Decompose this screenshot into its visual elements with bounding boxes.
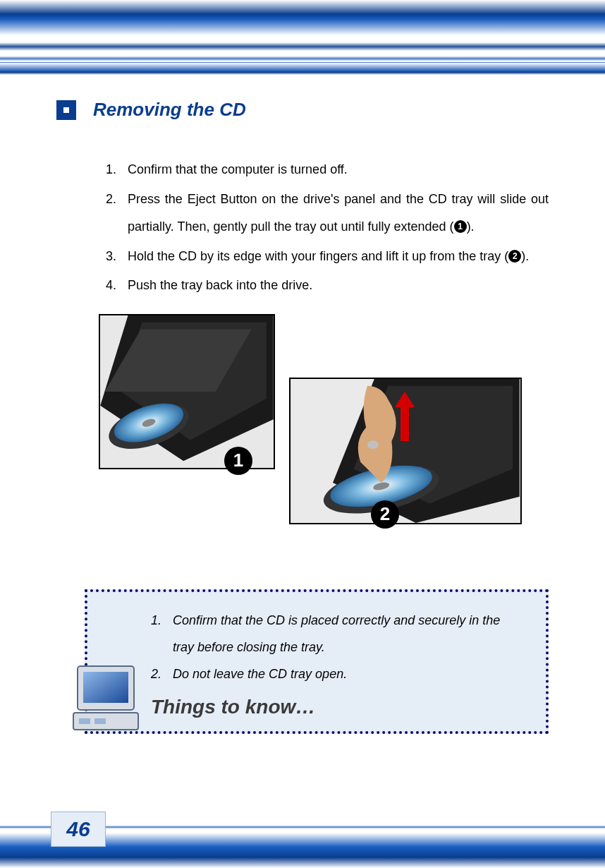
step-text: Hold the CD by its edge with your finger… bbox=[128, 243, 549, 271]
page-number: 46 bbox=[51, 812, 106, 847]
callout-item-number: 2. bbox=[151, 661, 161, 688]
step-text: Confirm that the computer is turned off. bbox=[128, 156, 549, 184]
header-decorative-bands bbox=[0, 0, 605, 75]
callout-item-text: Do not leave the CD tray open. bbox=[173, 661, 347, 688]
image-number-badge: 2 bbox=[371, 500, 399, 529]
step-item: 2. Press the Eject Button on the drive's… bbox=[106, 186, 549, 241]
reference-marker-icon: 2 bbox=[508, 250, 521, 263]
step-text: Push the tray back into the drive. bbox=[128, 272, 549, 300]
callout-title: Things to know… bbox=[151, 696, 525, 718]
reference-marker-icon: 1 bbox=[454, 220, 467, 233]
section-heading: Removing the CD bbox=[93, 99, 246, 121]
section-heading-row: Removing the CD bbox=[56, 99, 549, 121]
callout-item: 1. Confirm that the CD is placed correct… bbox=[151, 608, 525, 661]
step-number: 3. bbox=[106, 243, 116, 271]
instruction-steps: 1. Confirm that the computer is turned o… bbox=[106, 156, 549, 300]
svg-rect-19 bbox=[79, 718, 90, 724]
computer-monitor-icon bbox=[69, 663, 145, 734]
step-item: 1. Confirm that the computer is turned o… bbox=[106, 156, 549, 184]
image-number-badge: 1 bbox=[224, 447, 252, 475]
callout-item-number: 1. bbox=[151, 608, 161, 661]
step-item: 4. Push the tray back into the drive. bbox=[106, 272, 549, 300]
callout-list: 1. Confirm that the CD is placed correct… bbox=[151, 608, 525, 687]
step-item: 3. Hold the CD by its edge with your fin… bbox=[106, 243, 549, 271]
arrow-up-icon bbox=[395, 392, 415, 441]
illustration-photo-1 bbox=[99, 314, 275, 469]
svg-rect-20 bbox=[94, 718, 106, 724]
page-content: Removing the CD 1. Confirm that the comp… bbox=[56, 99, 549, 734]
illustration-photo-2 bbox=[289, 378, 522, 524]
square-bullet-icon bbox=[56, 100, 76, 120]
laptop-cd-tray-icon bbox=[100, 315, 274, 468]
step-number: 1. bbox=[106, 156, 116, 184]
step-number: 2. bbox=[106, 186, 116, 241]
things-to-know-callout: 1. Confirm that the CD is placed correct… bbox=[85, 589, 549, 734]
svg-marker-14 bbox=[395, 392, 415, 441]
svg-rect-17 bbox=[83, 672, 128, 703]
callout-item: 2. Do not leave the CD tray open. bbox=[151, 661, 525, 688]
svg-point-13 bbox=[367, 440, 379, 449]
step-number: 4. bbox=[106, 272, 116, 300]
step-text: Press the Eject Button on the drive's pa… bbox=[128, 186, 549, 241]
callout-item-text: Confirm that the CD is placed correctly … bbox=[173, 608, 525, 661]
illustration-area: 1 2 bbox=[99, 314, 549, 540]
